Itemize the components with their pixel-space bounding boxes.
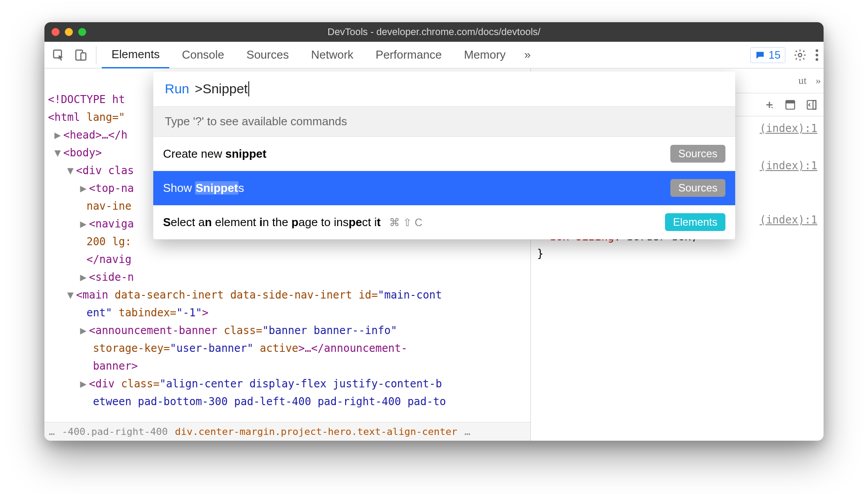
- toggle-sidebar-icon[interactable]: [806, 99, 817, 111]
- styles-overflow-icon[interactable]: »: [813, 75, 824, 87]
- kebab-menu-icon[interactable]: [815, 48, 819, 62]
- main-tabbar: Elements Console Sources Network Perform…: [44, 42, 824, 68]
- svg-point-6: [816, 58, 818, 61]
- command-item-create-snippet[interactable]: Create new snippet Sources: [153, 137, 735, 171]
- separator: [96, 46, 96, 64]
- device-toggle-icon[interactable]: [71, 45, 91, 65]
- issues-count: 15: [768, 49, 780, 61]
- command-shortcut: ⌘ ⇧ C: [389, 216, 422, 228]
- chat-icon: [755, 50, 765, 60]
- breadcrumb-current[interactable]: div.center-margin.project-hero.text-alig…: [175, 423, 458, 441]
- command-hint: Type '?' to see available commands: [153, 106, 735, 137]
- svg-point-3: [798, 53, 802, 57]
- source-link[interactable]: (index):1: [760, 211, 817, 228]
- source-link[interactable]: (index):1: [760, 120, 817, 137]
- dom-breadcrumb[interactable]: … -400.pad-right-400 div.center-margin.p…: [44, 422, 530, 441]
- command-item-select-element[interactable]: Select an element in the page to inspect…: [153, 205, 735, 239]
- command-input[interactable]: Run >Snippet: [153, 72, 735, 106]
- toggle-computed-icon[interactable]: [784, 99, 796, 111]
- svg-rect-10: [813, 100, 816, 109]
- tab-memory[interactable]: Memory: [454, 42, 515, 68]
- settings-icon[interactable]: [793, 48, 807, 62]
- command-menu: Run >Snippet Type '?' to see available c…: [153, 72, 735, 239]
- tab-elements[interactable]: Elements: [102, 42, 169, 68]
- svg-rect-8: [786, 100, 795, 104]
- titlebar: DevTools - developer.chrome.com/docs/dev…: [44, 22, 824, 42]
- breadcrumb-item[interactable]: -400.pad-right-400: [62, 423, 167, 441]
- svg-rect-2: [81, 53, 86, 60]
- styles-tab-fragment[interactable]: ut: [796, 75, 809, 87]
- breadcrumb-ellipsis[interactable]: …: [464, 423, 470, 441]
- tab-console[interactable]: Console: [172, 42, 234, 68]
- breadcrumb-ellipsis[interactable]: …: [49, 423, 55, 441]
- command-chip: Elements: [665, 213, 725, 231]
- tab-network[interactable]: Network: [301, 42, 363, 68]
- command-item-show-snippets[interactable]: Show Snippets Sources: [153, 171, 735, 205]
- content-area: <!DOCTYPE ht <html lang=" ▶<head>…</h ▼<…: [44, 68, 824, 441]
- command-query: >Snippet: [195, 81, 249, 96]
- window-title: DevTools - developer.chrome.com/docs/dev…: [44, 26, 824, 38]
- svg-point-5: [816, 54, 818, 56]
- svg-point-4: [816, 49, 818, 52]
- tab-sources[interactable]: Sources: [237, 42, 299, 68]
- devtools-window: DevTools - developer.chrome.com/docs/dev…: [44, 22, 824, 441]
- source-link[interactable]: (index):1: [760, 157, 817, 174]
- tabs-overflow-icon[interactable]: »: [518, 48, 537, 62]
- issues-button[interactable]: 15: [750, 47, 785, 63]
- command-prefix: Run: [165, 81, 189, 96]
- command-chip: Sources: [670, 145, 725, 163]
- command-chip: Sources: [670, 179, 725, 197]
- inspect-element-icon[interactable]: [49, 45, 68, 65]
- tab-performance[interactable]: Performance: [366, 42, 452, 68]
- add-rule-icon[interactable]: [764, 100, 775, 110]
